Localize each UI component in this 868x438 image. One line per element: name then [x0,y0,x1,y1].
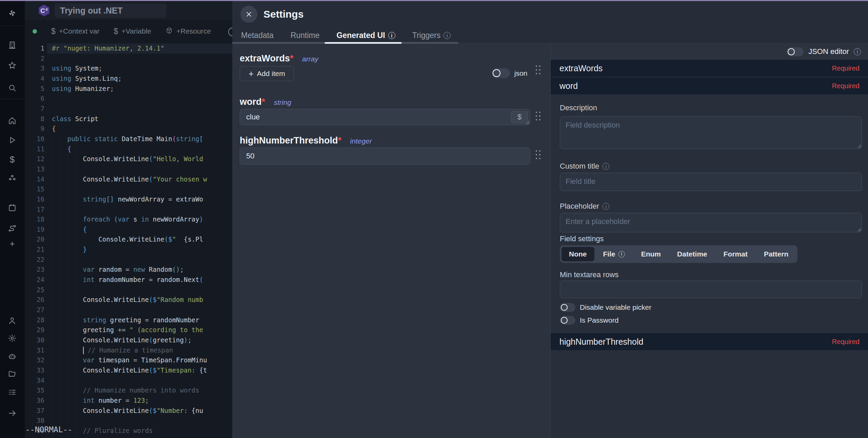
code-line-16[interactable]: 16 string[] newWordArray = extraWo [25,194,232,205]
custom-title-input[interactable]: Field title [560,173,862,191]
sidebar-item-building[interactable] [5,38,20,53]
inspector-row-extrawords[interactable]: extraWords Required [551,59,868,77]
sidebar-item-plus[interactable]: + [5,236,20,251]
sidebar-item-robot[interactable] [5,349,20,364]
code-line-8[interactable]: 8class Script [25,114,232,124]
info-icon[interactable] [443,32,451,39]
sidebar-item-calendar[interactable] [5,200,20,215]
code-line-24[interactable]: 24 int randomNumber = random.Next( [25,275,232,285]
code-line-32[interactable]: 32 var timespan = TimeSpan.FromMinu [25,355,232,365]
code-line-18[interactable]: 18 foreach (var s in newWordArray) [25,214,232,225]
code-line-23[interactable]: 23 var random = new Random(); [25,265,232,275]
code-line-1[interactable]: 1#r "nuget: Humanizer, 2.14.1" [25,43,232,54]
highnumberthreshold-input[interactable]: 50 [240,148,530,165]
code-line-5[interactable]: 5using Humanizer; [25,84,232,94]
info-icon[interactable] [603,203,609,210]
disable-variable-picker-toggle[interactable]: Disable variable picker [560,303,651,312]
code-line-31[interactable]: 31 // Humanize a timespan [25,345,232,356]
json-editor-label: JSON editor [808,47,849,56]
code-line-25[interactable]: 25 [25,285,232,295]
sidebar-item-play[interactable] [5,133,20,148]
code-line-27[interactable]: 27 [25,305,232,315]
toolbar--variable-button[interactable]: $+Variable [114,27,151,36]
add-item-button[interactable]: + Add item [240,66,294,81]
info-icon[interactable] [388,32,395,39]
info-icon[interactable] [603,163,609,170]
code-line-4[interactable]: 4using System.Linq; [25,74,232,84]
code-line-26[interactable]: 26 Console.WriteLine($"Random numb [25,295,232,305]
tab-metadata[interactable]: Metadata [241,31,274,40]
sidebar-item-gear[interactable] [5,331,20,346]
info-icon[interactable] [854,48,861,55]
code-line-29[interactable]: 29 greeting += " (according to the [25,325,232,335]
sidebar-item-person[interactable] [5,313,20,328]
is-password-toggle[interactable]: Is Password [560,316,618,325]
field-setting-option-pattern[interactable]: Pattern [756,247,796,261]
code-line-37[interactable]: 37 Console.WriteLine($"Number: {nu [25,406,232,416]
close-button[interactable] [240,6,257,23]
field-setting-option-enum[interactable]: Enum [634,247,668,261]
tab-runtime[interactable]: Runtime [291,31,320,40]
sidebar-item-search[interactable] [5,80,20,95]
info-icon[interactable] [618,251,625,258]
code-line-12[interactable]: 12 Console.WriteLine("Hello, World [25,154,232,164]
code-line-22[interactable]: 22 [25,255,232,265]
drag-handle-highnumberthreshold[interactable] [535,150,541,160]
code-line-30[interactable]: 30 Console.WriteLine(greeting); [25,335,232,345]
drag-handle-extrawords[interactable] [535,65,541,75]
code-line-33[interactable]: 33 Console.WriteLine($"Timespan: {t [25,365,232,376]
field-setting-option-none[interactable]: None [561,247,594,261]
code-line-14[interactable]: 14 Console.WriteLine("Your chosen w [25,174,232,185]
sidebar-item-dollar[interactable]: $ [5,152,20,167]
code-line-35[interactable]: 35 // Humanize numbers into words [25,385,232,396]
sidebar-item-folder[interactable] [5,366,20,381]
tab-generated-ui[interactable]: Generated UI [337,31,395,40]
placeholder-textarea[interactable]: Enter a placeholder [560,213,862,232]
min-textarea-rows-input[interactable] [560,281,862,298]
code-line-20[interactable]: 20 Console.WriteLine($" {s.Pl [25,234,232,245]
code-line-10[interactable]: 10 public static DateTime Main(string[ [25,134,232,144]
code-line-9[interactable]: 9{ [25,124,232,134]
code-line-2[interactable]: 2 [25,54,232,64]
json-editor-toggle[interactable] [787,47,804,56]
inspector-row-highnumberthreshold[interactable]: highNumberThreshold Required [551,333,868,350]
toolbar--resource-button[interactable]: +Resource [165,27,211,36]
description-textarea[interactable]: Field description [560,116,862,149]
resize-handle[interactable] [857,227,861,231]
code-line-3[interactable]: 3using System; [25,63,232,74]
word-input[interactable]: clue $ [240,109,530,125]
sidebar-item-arrow-right[interactable] [5,406,20,421]
code-line-36[interactable]: 36 int number = 123; [25,396,232,406]
script-title: Trying out .NET [60,6,123,16]
resize-handle[interactable] [857,144,861,148]
json-toggle[interactable]: json [492,68,528,78]
field-setting-option-file[interactable]: File [596,247,632,261]
code-line-7[interactable]: 7 [25,104,232,114]
toggle-track[interactable] [492,68,510,78]
code-line-34[interactable]: 34 [25,376,232,386]
code-line-21[interactable]: 21 } [25,245,232,255]
code-line-13[interactable]: 13 [25,164,232,174]
field-setting-option-datetime[interactable]: Datetime [670,247,715,261]
sidebar-item-home[interactable] [5,113,20,128]
code-line-17[interactable]: 17 [25,205,232,215]
code-line-15[interactable]: 15 [25,184,232,194]
code-line-19[interactable]: 19 { [25,225,232,235]
code-line-38[interactable]: 38 [25,416,232,426]
toolbar--context-var-button[interactable]: $+Context var [51,27,99,36]
sidebar-item-list[interactable] [5,385,20,400]
code-line-28[interactable]: 28 string greeting = randomNumber [25,315,232,325]
resize-handle[interactable] [525,120,529,124]
sidebar-item-star[interactable] [5,58,20,73]
code-area[interactable]: 1#r "nuget: Humanizer, 2.14.1"23using Sy… [25,43,232,438]
code-line-6[interactable]: 6 [25,94,232,104]
drag-handle-word[interactable] [535,111,541,121]
field-setting-option-format[interactable]: Format [716,247,755,261]
sidebar-item-route[interactable] [5,221,20,236]
code-line-11[interactable]: 11 { [25,144,232,154]
script-title-field[interactable]: Trying out .NET [55,3,166,18]
inspector-row-word[interactable]: word Required [551,77,868,94]
sidebar-item-windmill-logo[interactable] [5,6,20,21]
sidebar-item-cubes[interactable] [5,171,20,186]
tab-triggers[interactable]: Triggers [412,31,451,40]
